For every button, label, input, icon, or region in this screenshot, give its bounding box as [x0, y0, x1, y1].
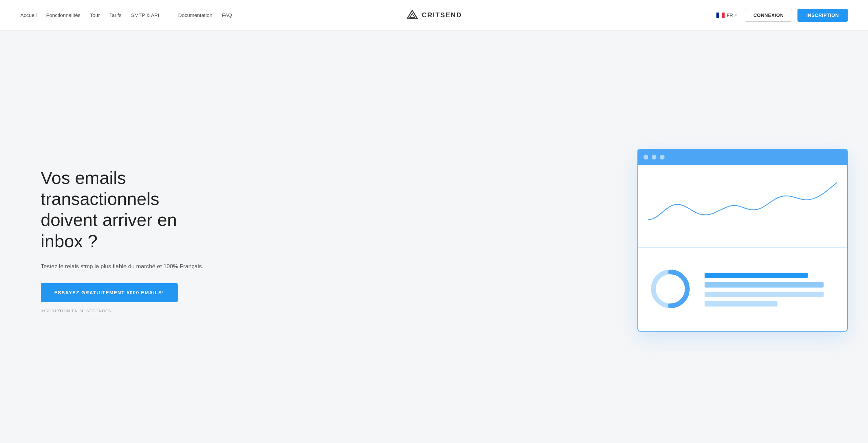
language-selector[interactable]: FR ▾ — [714, 11, 739, 19]
chevron-down-icon: ▾ — [735, 13, 737, 17]
svg-rect-3 — [716, 13, 719, 18]
logo-text: CRITSEND — [422, 11, 462, 19]
browser-dot-1 — [644, 155, 648, 160]
nav-link-fonctionnalites[interactable]: Fonctionnalités — [46, 11, 80, 19]
hero-title: Vos emails transactionnels doivent arriv… — [41, 167, 210, 252]
site-logo[interactable]: CRITSEND — [406, 9, 462, 21]
navbar: Accueil Fonctionnalités Tour Tarifs SMTP… — [0, 0, 868, 30]
browser-dot-2 — [652, 155, 656, 160]
nav-links-left: Accueil Fonctionnalités Tour Tarifs SMTP… — [20, 11, 232, 19]
nav-link-faq[interactable]: FAQ — [222, 11, 232, 19]
browser-titlebar — [638, 149, 847, 165]
hero-subtitle: Testez le relais stmp la plus fiable du … — [41, 262, 210, 271]
svg-rect-5 — [722, 13, 725, 18]
nav-link-accueil[interactable]: Accueil — [20, 11, 37, 19]
nav-actions: FR ▾ CONNEXION INSCRIPTION — [714, 9, 848, 22]
cta-note: INSCRIPTION EN 30 SECONDES — [41, 309, 210, 313]
bar-row-4 — [705, 301, 777, 307]
bar-row-2 — [705, 282, 824, 288]
stats-panel — [638, 248, 847, 331]
line-chart — [648, 179, 837, 233]
donut-svg — [648, 267, 692, 311]
browser-mockup — [637, 149, 848, 332]
donut-chart — [648, 267, 692, 312]
line-chart-panel — [638, 165, 847, 248]
hero-content: Vos emails transactionnels doivent arriv… — [41, 167, 210, 313]
nav-link-tarifs[interactable]: Tarifs — [109, 11, 121, 19]
lang-label: FR — [727, 13, 733, 18]
nav-link-smtp-api[interactable]: SMTP & API — [131, 11, 159, 19]
nav-link-tour[interactable]: Tour — [90, 11, 100, 19]
hero-illustration — [224, 149, 848, 332]
logo-icon — [406, 9, 418, 21]
inscription-nav-button[interactable]: INSCRIPTION — [797, 9, 848, 22]
cta-button[interactable]: ESSAYEZ GRATUITEMENT 5000 EMAILS! — [41, 283, 178, 302]
bar-row-1 — [705, 273, 808, 278]
browser-body — [638, 165, 847, 331]
svg-rect-4 — [719, 13, 722, 18]
hero-section: Vos emails transactionnels doivent arriv… — [0, 30, 868, 443]
flag-icon — [716, 13, 725, 18]
connexion-button[interactable]: CONNEXION — [745, 9, 792, 22]
bars-wrapper — [705, 273, 837, 307]
bar-row-3 — [705, 292, 824, 297]
browser-dot-3 — [660, 155, 665, 160]
nav-link-documentation[interactable]: Documentation — [178, 11, 212, 19]
